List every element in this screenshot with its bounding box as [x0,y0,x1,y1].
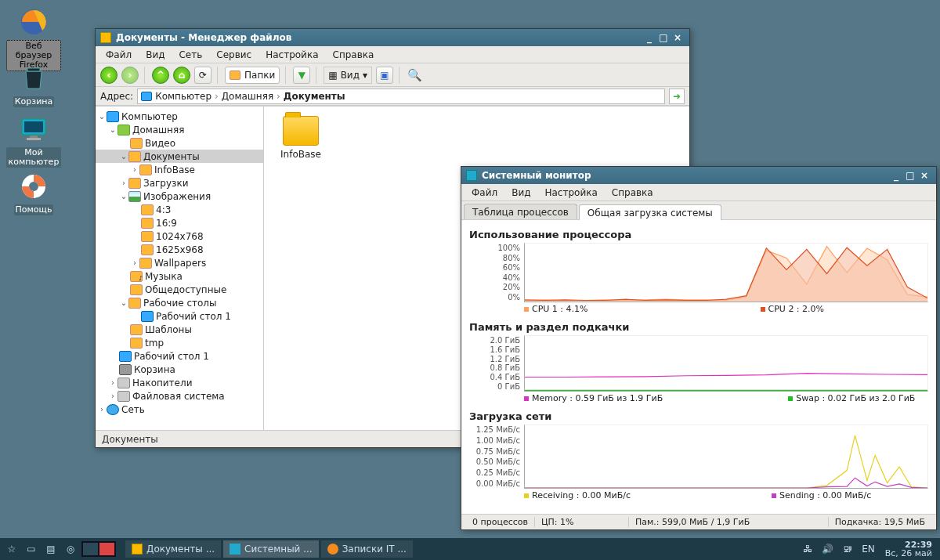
folder-icon [141,231,154,242]
menu-settings[interactable]: Настройка [539,186,602,200]
grid-icon: ▦ [328,70,337,81]
folder-icon [230,70,240,80]
menu-view[interactable]: Вид [506,186,536,200]
folder-tree[interactable]: ⌄Компьютер ⌄Домашняя Видео ⌄Документы ›I… [96,107,264,430]
menu-view[interactable]: Вид [140,48,170,62]
forward-button[interactable]: › [121,67,139,84]
menu-tools[interactable]: Сервис [211,48,257,62]
keyboard-layout[interactable]: EN [859,540,878,558]
folder-icon [139,164,152,175]
monitor-status-bar: 0 процессов ЦП: 1% Пам.: 599,0 МиБ / 1,9… [461,514,936,529]
separator [399,67,401,84]
drive-icon [118,391,130,402]
folder-icon [141,204,154,215]
svg-rect-1 [27,68,40,71]
crumb-documents[interactable]: Документы [284,91,345,102]
separator [285,67,287,84]
menu-bar: Файл Вид Настройка Справка [461,184,936,201]
titlebar[interactable]: Документы - Менеджер файлов _ □ × [96,29,689,46]
net-chart: 1.25 МиБ/с1.00 МиБ/с0.75 МиБ/с0.50 МиБ/с… [469,425,928,489]
svg-rect-3 [24,121,43,132]
desktop-icon-computer[interactable]: Мой компьютер [6,114,61,168]
separator [316,67,318,84]
firefox-icon [18,6,49,38]
maximize-button[interactable]: □ [656,32,671,43]
menu-network[interactable]: Сеть [173,48,208,62]
folders-toggle[interactable]: Папки [225,67,280,84]
task-firefox[interactable]: Записки IT ... [321,540,413,558]
computer-icon [141,92,152,101]
firefox-icon [327,544,338,555]
crumb-computer[interactable]: Компьютер [155,91,219,102]
net-legend: Receiving : 0.00 МиБ/с Sending : 0.00 Ми… [469,489,928,505]
show-desktop-button[interactable]: ▭ [23,540,40,558]
tab-load[interactable]: Общая загрузка системы [579,204,721,220]
folder-icon [128,298,141,309]
task-file-manager[interactable]: Документы ... [125,540,221,558]
crumb-home[interactable]: Домашняя [222,91,280,102]
menu-settings[interactable]: Настройка [260,48,324,62]
refresh-button[interactable]: ⟳ [194,67,212,84]
folder-icon [130,324,143,335]
desktop-icon-firefox[interactable]: Веб браузер Firefox [6,6,61,71]
titlebar[interactable]: Системный монитор _ □ × [461,167,936,184]
up-button[interactable]: ^ [152,67,169,84]
section-mem: Память и раздел подкачки [469,321,928,333]
separator [217,67,219,84]
file-item-infobase[interactable]: InfoBase [273,116,328,160]
filter-button[interactable]: ▼ [293,67,310,84]
y-axis: 1.25 МиБ/с1.00 МиБ/с0.75 МиБ/с0.50 МиБ/с… [469,425,524,489]
close-button[interactable]: × [917,170,931,181]
net-plot [524,425,928,489]
system-monitor-window: Системный монитор _ □ × Файл Вид Настрой… [461,166,937,530]
start-button[interactable]: ☆ [3,540,20,558]
drive-icon [118,378,130,388]
minimize-button[interactable]: _ [889,170,903,181]
trash-icon [119,364,132,375]
section-net: Загрузка сети [469,410,928,422]
desktop-icon-trash[interactable]: Корзина [6,63,61,107]
back-button[interactable]: ‹ [100,67,118,84]
workspace-pager[interactable] [81,541,116,557]
tab-processes[interactable]: Таблица процессов [464,204,577,219]
go-button[interactable]: ➜ [669,89,685,104]
tray-volume-icon[interactable]: 🔊 [819,540,837,558]
maximize-button[interactable]: □ [903,170,917,181]
clock[interactable]: 22:39 Вс, 26 май [880,540,937,558]
menu-file[interactable]: Файл [100,48,137,62]
svg-rect-4 [30,135,38,138]
terminal-button[interactable]: ▤ [42,540,60,558]
monitor-icon [18,114,49,145]
folders-label: Папки [244,70,275,81]
menu-help[interactable]: Справка [327,48,380,62]
computer-icon [107,111,119,122]
new-tab-button[interactable]: ▣ [376,67,393,84]
search-button[interactable]: 🔍 [407,67,424,84]
desktop-icon-help[interactable]: Помощь [6,171,61,215]
folder-icon [141,244,154,255]
menu-help[interactable]: Справка [606,186,659,200]
task-system-monitor[interactable]: Системный ... [223,540,319,558]
close-button[interactable]: × [671,32,685,43]
monitor-icon [230,544,240,555]
menu-file[interactable]: Файл [466,186,503,200]
mem-plot [524,335,928,392]
address-input[interactable]: Компьютер Домашняя Документы [137,89,665,104]
folder-icon [130,284,143,295]
tree-documents-selected[interactable]: ⌄Документы [96,150,263,163]
trash-icon [18,63,49,94]
apps-button[interactable]: ◎ [62,540,79,558]
separator [144,67,146,84]
home-button[interactable]: ⌂ [173,67,190,84]
chevron-down-icon: ▾ [363,70,367,81]
tray-network-icon[interactable]: 🖳 [839,540,856,558]
tray-display-icon[interactable]: 🖧 [799,540,816,558]
folder-icon [132,544,143,555]
minimize-button[interactable]: _ [642,32,656,43]
desktop-icon-label: Помощь [14,204,54,215]
view-label: Вид [341,70,360,81]
view-mode[interactable]: ▦ Вид ▾ [324,67,372,84]
svg-rect-5 [27,138,41,140]
desktop-icon-label: Мой компьютер [6,147,61,168]
image-folder-icon [128,191,141,202]
